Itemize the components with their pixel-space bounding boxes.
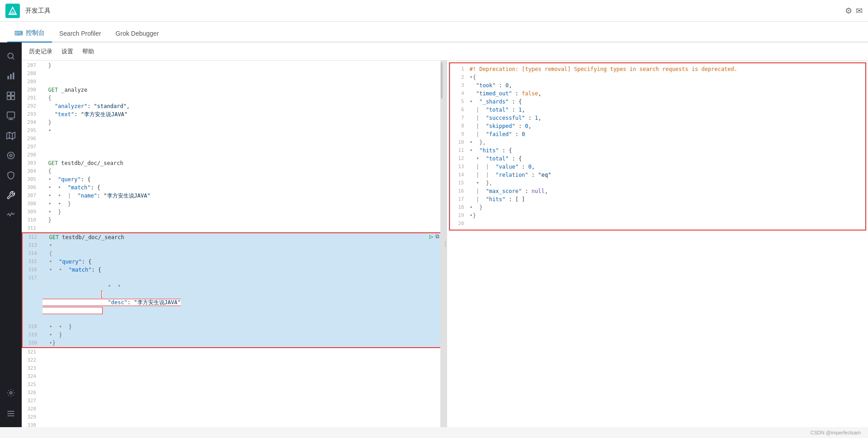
code-editor-right: 1 #! Deprecation: [types removal] Specif… [450,65,866,228]
code-line: 296 [22,135,443,143]
top-bar-icons: ⚙ ✉ [845,6,863,16]
code-line: 330 [22,421,443,427]
sidebar-item-security[interactable] [2,166,20,184]
mail-icon[interactable]: ✉ [856,6,863,16]
svg-point-2 [8,53,13,58]
run-button[interactable]: ▷ [429,232,433,240]
code-line: 319 • } [23,331,442,339]
svg-point-16 [8,152,14,159]
code-line: 298 [22,151,443,159]
code-line: 324 [22,372,443,381]
code-editor-left: 287 } 288 289 290 GET _analyze 291 { 292… [22,61,443,427]
tab-grok-debugger[interactable]: Grok Debugger [108,25,166,42]
right-editor-pane[interactable]: 1 #! Deprecation: [types removal] Specif… [447,61,868,427]
code-line: 307 • • | "name": "李方安生说JAVA" [22,192,443,200]
code-line: 312 GET testdb/_doc/_search [23,233,442,241]
svg-rect-4 [8,76,9,80]
footer: CSDN @imperfectsam [0,427,868,438]
sidebar-item-devtools[interactable] [2,186,20,204]
selected-block: 312 GET testdb/_doc/_search 313 • 314 { … [22,232,443,348]
sidebar-item-ml[interactable] [2,146,20,165]
code-line: 308 • • } [22,200,443,208]
scrollbar-track[interactable] [440,61,443,427]
nav-tabs: ⌨ 控制台 Search Profiler Grok Debugger [0,22,868,42]
console-icon: ⌨ [14,30,23,37]
code-line: 292 "analyzer": "standard", [22,102,443,110]
code-line: 313 • [23,241,442,250]
code-line: 12 • "total" : { [450,155,866,163]
sidebar-item-visualize[interactable] [2,67,20,85]
top-bar: 开发工具 ⚙ ✉ [0,0,868,22]
code-line: 321 [22,348,443,356]
tab-search-profiler[interactable]: Search Profiler [52,25,108,42]
app-title: 开发工具 [25,7,840,15]
kibana-sidebar [0,42,22,427]
app-logo [5,4,20,18]
svg-line-3 [13,58,14,60]
code-line: 2 •{ [450,73,866,81]
left-editor-pane[interactable]: 287 } 288 289 290 GET _analyze 291 { 292… [22,61,443,427]
copy-button[interactable]: ⧉ [435,232,439,240]
code-line: 18 • } [450,203,866,212]
code-line: 309 • } [22,208,443,216]
sidebar-item-maps[interactable] [2,127,20,145]
submenu-history[interactable]: 历史记录 [29,47,52,56]
sidebar-item-monitoring[interactable] [2,206,20,224]
code-line: 310 } [22,216,443,224]
code-line: 289 [22,78,443,86]
content-area: 历史记录 设置 帮助 287 } 288 289 290 GET _analyz… [22,42,868,427]
code-line: 328 [22,405,443,413]
action-buttons: ▷ ⧉ [429,232,439,240]
code-line: 288 [22,70,443,78]
code-line: 306 • • "match": { [22,184,443,192]
code-line: 316 • • "match": { [23,266,442,274]
code-line: 304 { [22,167,443,175]
code-line: 303 GET testdb/_doc/_search [22,159,443,167]
code-line: 325 [22,381,443,389]
submenu-settings[interactable]: 设置 [61,47,73,56]
code-line: 293 "text": "李方安生说JAVA" [22,110,443,118]
code-line: 5 • "_shards" : { [450,98,866,106]
code-line: 20 [450,220,866,228]
code-line: 318 • • } [23,323,442,331]
svg-rect-7 [7,92,11,96]
code-line: 11 • "hits" : { [450,146,866,155]
sidebar-item-canvas[interactable] [2,107,20,125]
code-line: 305 • "query": { [22,175,443,184]
code-line: 317 • • "desc": "李方安生说JAVA" [23,274,442,323]
code-line: 6 | "total" : 1, [450,106,866,114]
code-line: 3 "took" : 0, [450,81,866,89]
sidebar-item-discover[interactable] [2,47,20,65]
settings-icon[interactable]: ⚙ [845,6,852,16]
attribution: CSDN @imperfectsam [811,430,861,435]
code-line: 10 • }, [450,138,866,146]
sub-menu: 历史记录 设置 帮助 [22,42,868,61]
code-line: 1 #! Deprecation: [types removal] Specif… [450,65,866,73]
code-line: 326 [22,389,443,397]
code-line: 291 { [22,94,443,102]
svg-rect-8 [11,92,15,96]
sidebar-item-dashboard[interactable] [2,87,20,105]
svg-point-17 [10,392,12,394]
output-block: 1 #! Deprecation: [types removal] Specif… [449,62,867,231]
code-line: 297 [22,143,443,151]
code-line: 13 | | "value" : 0, [450,163,866,171]
code-line: 9 | "failed" : 0 [450,130,866,138]
main-container: 历史记录 设置 帮助 287 } 288 289 290 GET _analyz… [0,42,868,427]
pane-resizer[interactable] [443,61,447,427]
sidebar-item-expand[interactable] [2,405,20,423]
code-line: 295 • [22,127,443,135]
editor-area: 287 } 288 289 290 GET _analyze 291 { 292… [22,61,868,427]
highlighted-block-container: ▷ ⧉ 312 GET testdb/_doc/_search 313 • 31… [22,232,443,348]
submenu-help[interactable]: 帮助 [82,47,94,56]
sidebar-item-settings[interactable] [2,384,20,402]
scrollbar-thumb[interactable] [441,62,443,99]
code-line: 322 [22,356,443,364]
code-line: 15 • }, [450,179,866,187]
code-line: 16 | "max_score" : null, [450,187,866,195]
tab-console[interactable]: ⌨ 控制台 [7,24,52,42]
code-line: 311 [22,224,443,232]
svg-rect-9 [7,96,11,100]
code-line: 19 •} [450,212,866,220]
code-line: 327 [22,397,443,405]
